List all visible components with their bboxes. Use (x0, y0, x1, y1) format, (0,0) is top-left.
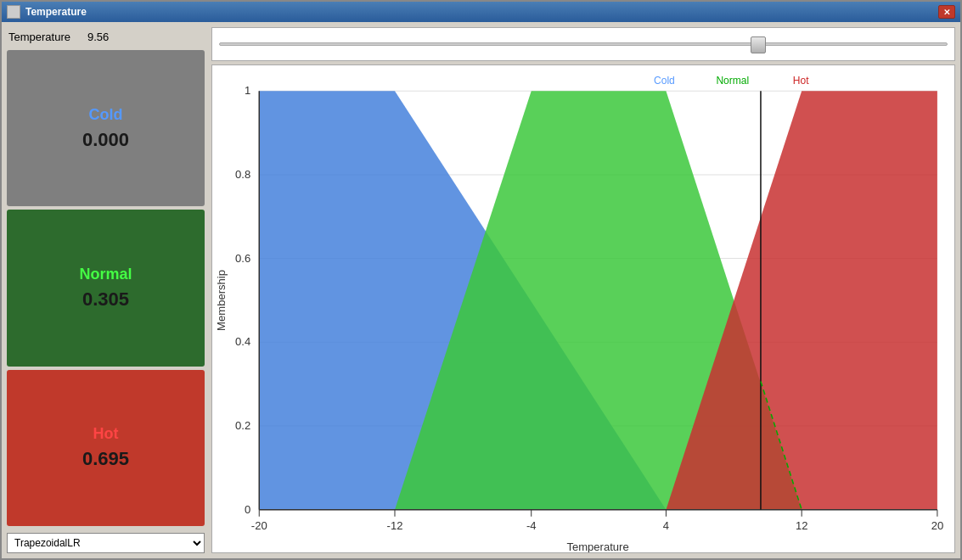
slider-thumb[interactable] (751, 36, 766, 53)
y-tick-1: 1 (245, 84, 250, 97)
hot-card: Hot 0.695 (7, 370, 205, 526)
x-tick-minus20: -20 (251, 519, 267, 532)
title-bar-left: Temperature (7, 5, 87, 19)
hot-card-title: Hot (93, 425, 119, 443)
normal-card-title: Normal (79, 266, 132, 283)
normal-card-value: 0.305 (82, 288, 129, 311)
legend-cold: Cold (654, 75, 675, 87)
slider-container (211, 27, 955, 61)
function-type-dropdown[interactable]: TrapezoidalLR Triangular Gaussian (7, 533, 205, 553)
right-panel: -20 -12 -4 4 12 20 (210, 22, 960, 558)
cold-card-title: Cold (89, 106, 123, 124)
chart-container: -20 -12 -4 4 12 20 (211, 64, 955, 553)
title-bar: Temperature ✕ (2, 2, 960, 22)
membership-cards: Cold 0.000 Normal 0.305 Hot 0.695 (7, 50, 205, 526)
y-tick-0: 0 (245, 503, 250, 516)
temperature-label: Temperature (8, 31, 70, 43)
y-axis-label: Membership (215, 270, 228, 331)
x-axis-label: Temperature (566, 540, 628, 552)
legend-hot: Hot (793, 75, 809, 87)
function-type-dropdown-row: TrapezoidalLR Triangular Gaussian (7, 533, 205, 553)
legend-normal: Normal (716, 75, 749, 87)
normal-card: Normal 0.305 (7, 210, 205, 366)
y-tick-0.6: 0.6 (235, 252, 250, 265)
cold-card: Cold 0.000 (7, 50, 205, 206)
x-tick-12: 12 (796, 519, 808, 532)
membership-chart: -20 -12 -4 4 12 20 (212, 65, 954, 552)
window-icon (7, 5, 20, 19)
x-tick-20: 20 (931, 519, 944, 532)
temperature-value: 9.56 (87, 31, 109, 43)
close-button[interactable]: ✕ (938, 5, 955, 19)
left-panel: Temperature 9.56 Cold 0.000 Normal 0.305… (2, 22, 210, 558)
x-tick-4: 4 (663, 519, 669, 532)
y-tick-0.2: 0.2 (235, 419, 250, 432)
cold-card-value: 0.000 (82, 129, 129, 151)
slider-track (219, 42, 948, 46)
y-tick-0.4: 0.4 (235, 335, 250, 348)
window-title: Temperature (25, 6, 87, 18)
x-tick-minus4: -4 (526, 519, 537, 532)
temperature-row: Temperature 9.56 (7, 27, 205, 50)
y-tick-0.8: 0.8 (235, 168, 250, 181)
x-tick-minus12: -12 (387, 519, 403, 532)
main-window: Temperature ✕ Temperature 9.56 Cold 0.00… (0, 0, 962, 560)
hot-card-value: 0.695 (82, 448, 129, 470)
content-area: Temperature 9.56 Cold 0.000 Normal 0.305… (2, 22, 960, 558)
